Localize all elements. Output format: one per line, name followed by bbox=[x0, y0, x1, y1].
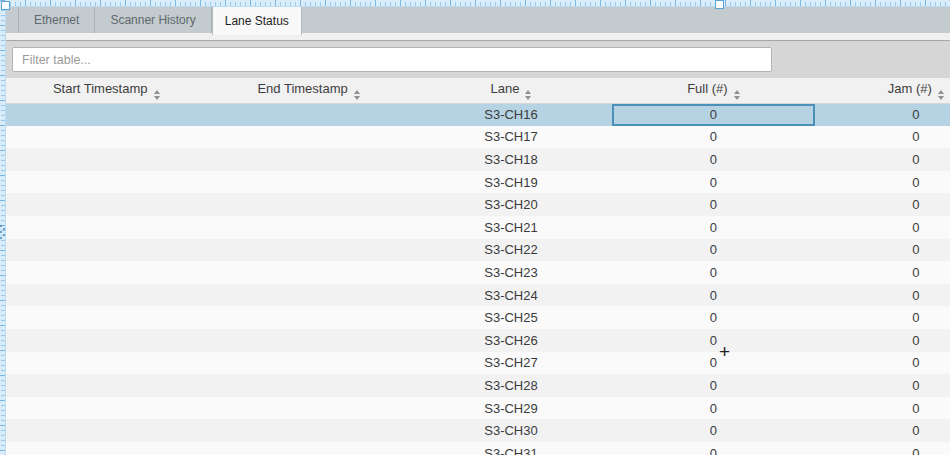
cell-start[interactable] bbox=[5, 103, 207, 126]
cell-jam[interactable]: 0 bbox=[815, 239, 950, 262]
cell-full[interactable]: 0 bbox=[612, 374, 814, 397]
cell-jam[interactable]: 0 bbox=[815, 329, 950, 352]
cell-end[interactable] bbox=[207, 171, 409, 194]
cell-jam[interactable]: 0 bbox=[815, 261, 950, 284]
cell-start[interactable] bbox=[5, 261, 207, 284]
cell-full[interactable]: 0 bbox=[612, 261, 814, 284]
cell-start[interactable] bbox=[5, 148, 207, 171]
cell-start[interactable] bbox=[5, 193, 207, 216]
cell-end[interactable] bbox=[207, 126, 409, 149]
cell-full[interactable]: 0 bbox=[612, 284, 814, 307]
cell-jam[interactable]: 0 bbox=[815, 442, 950, 455]
cell-lane[interactable]: S3-CH22 bbox=[410, 239, 612, 262]
cell-lane[interactable]: S3-CH26 bbox=[410, 329, 612, 352]
cell-jam[interactable]: 0 bbox=[815, 216, 950, 239]
cell-lane[interactable]: S3-CH18 bbox=[410, 148, 612, 171]
cell-lane[interactable]: S3-CH16 bbox=[410, 103, 612, 126]
cell-start[interactable] bbox=[5, 306, 207, 329]
table-row[interactable]: S3-CH2100 bbox=[5, 216, 950, 239]
cell-lane[interactable]: S3-CH29 bbox=[410, 397, 612, 420]
cell-full[interactable]: 0 bbox=[612, 148, 814, 171]
selection-handle-top-middle[interactable] bbox=[715, 0, 724, 9]
cell-end[interactable] bbox=[207, 397, 409, 420]
column-header-end-timestamp[interactable]: End Timestamp bbox=[207, 78, 409, 103]
cell-full[interactable]: 0 bbox=[612, 193, 814, 216]
cell-jam[interactable]: 0 bbox=[815, 193, 950, 216]
column-header-start-timestamp[interactable]: Start Timestamp bbox=[5, 78, 207, 103]
cell-lane[interactable]: S3-CH19 bbox=[410, 171, 612, 194]
cell-jam[interactable]: 0 bbox=[815, 148, 950, 171]
cell-end[interactable] bbox=[207, 329, 409, 352]
cell-start[interactable] bbox=[5, 171, 207, 194]
cell-full[interactable]: 0 bbox=[612, 239, 814, 262]
cell-end[interactable] bbox=[207, 193, 409, 216]
table-row[interactable]: S3-CH3100 bbox=[5, 442, 950, 455]
column-header-jam[interactable]: Jam (#) bbox=[815, 78, 950, 103]
cell-lane[interactable]: S3-CH20 bbox=[410, 193, 612, 216]
cell-jam[interactable]: 0 bbox=[815, 419, 950, 442]
table-row[interactable]: S3-CH1700 bbox=[5, 126, 950, 149]
cell-end[interactable] bbox=[207, 239, 409, 262]
table-row[interactable]: S3-CH3000 bbox=[5, 419, 950, 442]
cell-end[interactable] bbox=[207, 103, 409, 126]
cell-start[interactable] bbox=[5, 284, 207, 307]
cell-lane[interactable]: S3-CH31 bbox=[410, 442, 612, 455]
cell-full[interactable]: 0 bbox=[612, 419, 814, 442]
table-row[interactable]: S3-CH2500 bbox=[5, 306, 950, 329]
cell-full[interactable]: 0 bbox=[612, 442, 814, 455]
cell-full[interactable]: 0 bbox=[612, 126, 814, 149]
cell-lane[interactable]: S3-CH28 bbox=[410, 374, 612, 397]
table-row[interactable]: S3-CH2000 bbox=[5, 193, 950, 216]
cell-start[interactable] bbox=[5, 352, 207, 375]
cell-full[interactable]: 0 bbox=[612, 216, 814, 239]
table-row[interactable]: S3-CH1900 bbox=[5, 171, 950, 194]
cell-start[interactable] bbox=[5, 329, 207, 352]
cell-start[interactable] bbox=[5, 216, 207, 239]
cell-end[interactable] bbox=[207, 216, 409, 239]
cell-start[interactable] bbox=[5, 419, 207, 442]
cell-end[interactable] bbox=[207, 419, 409, 442]
cell-lane[interactable]: S3-CH17 bbox=[410, 126, 612, 149]
cell-jam[interactable]: 0 bbox=[815, 352, 950, 375]
table-row[interactable]: S3-CH2700 bbox=[5, 352, 950, 375]
cell-full[interactable]: 0 bbox=[612, 171, 814, 194]
cell-lane[interactable]: S3-CH23 bbox=[410, 261, 612, 284]
cell-full[interactable]: 0 bbox=[612, 306, 814, 329]
cell-jam[interactable]: 0 bbox=[815, 306, 950, 329]
column-header-full[interactable]: Full (#) bbox=[612, 78, 814, 103]
cell-jam[interactable]: 0 bbox=[815, 284, 950, 307]
table-row[interactable]: S3-CH2800 bbox=[5, 374, 950, 397]
tab-ethernet[interactable]: Ethernet bbox=[18, 7, 95, 33]
cell-end[interactable] bbox=[207, 374, 409, 397]
column-header-lane[interactable]: Lane bbox=[410, 78, 612, 103]
table-row[interactable]: S3-CH1800 bbox=[5, 148, 950, 171]
cell-start[interactable] bbox=[5, 442, 207, 455]
selection-grip-left[interactable] bbox=[0, 224, 6, 240]
table-row[interactable]: S3-CH2300 bbox=[5, 261, 950, 284]
table-row[interactable]: S3-CH1600 bbox=[5, 103, 950, 126]
cell-end[interactable] bbox=[207, 306, 409, 329]
cell-end[interactable] bbox=[207, 284, 409, 307]
cell-full[interactable]: 0 bbox=[612, 103, 814, 126]
cell-lane[interactable]: S3-CH24 bbox=[410, 284, 612, 307]
cell-lane[interactable]: S3-CH21 bbox=[410, 216, 612, 239]
tab-scanner-history[interactable]: Scanner History bbox=[95, 7, 211, 33]
cell-lane[interactable]: S3-CH25 bbox=[410, 306, 612, 329]
cell-full[interactable]: 0 bbox=[612, 329, 814, 352]
cell-jam[interactable]: 0 bbox=[815, 397, 950, 420]
cell-end[interactable] bbox=[207, 148, 409, 171]
cell-start[interactable] bbox=[5, 239, 207, 262]
cell-start[interactable] bbox=[5, 126, 207, 149]
tab-lane-status[interactable]: Lane Status bbox=[212, 7, 302, 35]
cell-end[interactable] bbox=[207, 352, 409, 375]
table-row[interactable]: S3-CH2200 bbox=[5, 239, 950, 262]
table-row[interactable]: S3-CH2600 bbox=[5, 329, 950, 352]
cell-jam[interactable]: 0 bbox=[815, 374, 950, 397]
cell-full[interactable]: 0 bbox=[612, 352, 814, 375]
cell-lane[interactable]: S3-CH30 bbox=[410, 419, 612, 442]
cell-lane[interactable]: S3-CH27 bbox=[410, 352, 612, 375]
cell-jam[interactable]: 0 bbox=[815, 171, 950, 194]
cell-end[interactable] bbox=[207, 261, 409, 284]
cell-start[interactable] bbox=[5, 397, 207, 420]
table-row[interactable]: S3-CH2900 bbox=[5, 397, 950, 420]
